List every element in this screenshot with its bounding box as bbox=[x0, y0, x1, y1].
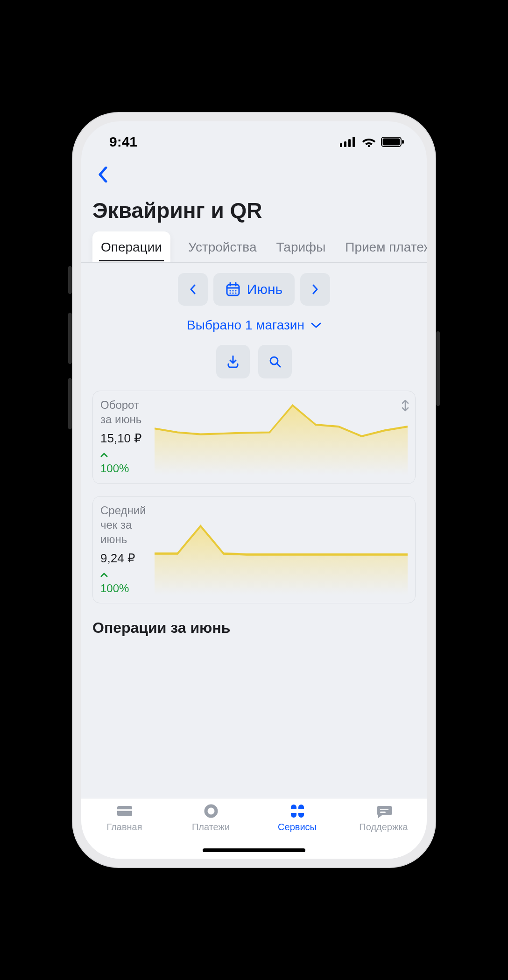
svg-point-4 bbox=[368, 145, 370, 147]
avg-check-trend: 100% bbox=[100, 570, 151, 595]
tab-operations[interactable]: Операции bbox=[92, 231, 170, 262]
svg-point-15 bbox=[229, 292, 231, 294]
avg-check-label: Средний чек за июнь bbox=[100, 503, 151, 547]
chevron-down-icon bbox=[311, 322, 321, 329]
grid-icon bbox=[288, 803, 307, 819]
turnover-value: 15,10 ₽ bbox=[100, 431, 151, 446]
nav-payments-label: Платежи bbox=[192, 822, 230, 833]
svg-rect-1 bbox=[344, 141, 346, 147]
tab-devices[interactable]: Устройства bbox=[186, 231, 258, 262]
svg-rect-24 bbox=[380, 812, 386, 813]
turnover-info: Оборот за июнь 15,10 ₽ 100% bbox=[100, 398, 151, 475]
home-indicator bbox=[203, 848, 305, 852]
svg-point-17 bbox=[235, 292, 236, 294]
card-icon bbox=[115, 803, 134, 819]
chevron-left-icon bbox=[98, 167, 107, 182]
svg-point-12 bbox=[229, 290, 231, 291]
status-bar: 9:41 bbox=[81, 121, 427, 158]
nav-home[interactable]: Главная bbox=[92, 803, 157, 833]
status-icons bbox=[340, 137, 404, 147]
expand-icon bbox=[400, 399, 410, 413]
tabs: Операции Устройства Тарифы Прием платеже… bbox=[81, 231, 427, 263]
nav-support-label: Поддержка bbox=[359, 822, 408, 833]
svg-line-19 bbox=[277, 364, 280, 367]
status-time: 9:41 bbox=[109, 134, 137, 150]
nav-services-label: Сервисы bbox=[278, 822, 317, 833]
search-button[interactable] bbox=[258, 345, 292, 378]
caret-up-icon bbox=[100, 453, 108, 457]
download-button[interactable] bbox=[216, 345, 250, 378]
circle-icon bbox=[202, 803, 220, 819]
turnover-label: Оборот за июнь bbox=[100, 398, 151, 427]
turnover-sparkline bbox=[155, 398, 408, 475]
avg-check-trend-pct: 100% bbox=[100, 582, 151, 595]
action-row bbox=[92, 345, 416, 378]
nav-home-label: Главная bbox=[106, 822, 142, 833]
store-selector-label: Выбрано 1 магазин bbox=[187, 318, 304, 333]
month-select-button[interactable]: Июнь bbox=[213, 273, 295, 306]
avg-check-card[interactable]: Средний чек за июнь 9,24 ₽ 100% bbox=[92, 496, 416, 604]
month-next-button[interactable] bbox=[300, 273, 330, 306]
avg-check-sparkline bbox=[155, 503, 408, 595]
chat-icon bbox=[374, 803, 393, 819]
turnover-card[interactable]: Оборот за июнь 15,10 ₽ 100% bbox=[92, 391, 416, 484]
avg-check-value: 9,24 ₽ bbox=[100, 551, 151, 566]
month-prev-button[interactable] bbox=[178, 273, 208, 306]
svg-rect-2 bbox=[348, 139, 351, 147]
avg-check-info: Средний чек за июнь 9,24 ₽ 100% bbox=[100, 503, 151, 595]
download-icon bbox=[226, 355, 240, 369]
svg-rect-23 bbox=[380, 809, 388, 810]
tab-accept-payments[interactable]: Прием платежей bbox=[343, 231, 427, 262]
nav-support[interactable]: Поддержка bbox=[351, 803, 416, 833]
nav-payments[interactable]: Платежи bbox=[178, 803, 244, 833]
search-icon bbox=[268, 355, 282, 369]
screen: 9:41 bbox=[81, 121, 427, 859]
svg-point-14 bbox=[235, 290, 236, 291]
phone-frame: 9:41 bbox=[72, 112, 436, 868]
chevron-right-icon bbox=[312, 284, 318, 294]
caret-up-icon bbox=[100, 573, 108, 577]
svg-rect-6 bbox=[383, 139, 400, 146]
month-label: Июнь bbox=[247, 281, 282, 297]
month-picker: Июнь bbox=[92, 273, 416, 306]
page-title: Эквайринг и QR bbox=[92, 198, 416, 223]
turnover-trend-pct: 100% bbox=[100, 462, 151, 475]
back-button[interactable] bbox=[92, 164, 113, 185]
store-selector[interactable]: Выбрано 1 магазин bbox=[92, 318, 416, 333]
wifi-icon bbox=[361, 137, 376, 147]
svg-rect-7 bbox=[402, 140, 404, 144]
chevron-left-icon bbox=[190, 284, 196, 294]
calendar-icon bbox=[226, 282, 240, 297]
svg-point-22 bbox=[206, 806, 216, 816]
battery-icon bbox=[381, 137, 404, 147]
svg-rect-3 bbox=[353, 137, 355, 147]
svg-point-13 bbox=[232, 290, 233, 291]
signal-icon bbox=[340, 137, 357, 147]
turnover-trend: 100% bbox=[100, 450, 151, 475]
operations-section-title: Операции за июнь bbox=[92, 619, 416, 637]
nav-services[interactable]: Сервисы bbox=[265, 803, 330, 833]
content: Июнь Выбрано 1 магазин bbox=[81, 263, 427, 798]
svg-rect-21 bbox=[117, 809, 132, 811]
header: Эквайринг и QR bbox=[81, 158, 427, 231]
svg-point-16 bbox=[232, 292, 233, 294]
tab-tariffs[interactable]: Тарифы bbox=[274, 231, 327, 262]
svg-rect-0 bbox=[340, 143, 342, 147]
